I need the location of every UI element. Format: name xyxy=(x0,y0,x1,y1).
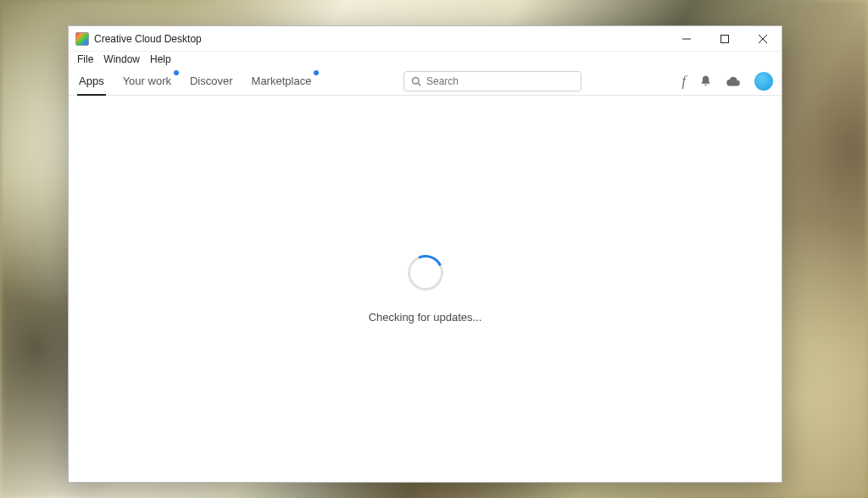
maximize-icon xyxy=(721,35,729,43)
menu-file[interactable]: File xyxy=(77,53,93,65)
tab-discover[interactable]: Discover xyxy=(188,67,235,95)
search-input[interactable] xyxy=(426,75,574,87)
menubar: File Window Help xyxy=(69,52,782,67)
search-icon xyxy=(411,76,421,86)
svg-rect-1 xyxy=(721,35,728,42)
svg-point-4 xyxy=(412,77,419,84)
tab-label: Apps xyxy=(79,75,104,87)
loading-spinner-icon xyxy=(403,250,448,296)
notifications-button[interactable] xyxy=(699,75,712,87)
notification-dot-icon xyxy=(174,70,179,75)
bell-icon xyxy=(699,75,712,87)
tab-apps[interactable]: Apps xyxy=(77,67,106,95)
tab-label: Discover xyxy=(190,75,233,87)
app-window: Creative Cloud Desktop File Window Help … xyxy=(68,25,782,483)
menu-help[interactable]: Help xyxy=(150,53,171,65)
tab-label: Marketplace xyxy=(252,75,312,87)
menu-window[interactable]: Window xyxy=(103,53,140,65)
tabs: Apps Your work Discover Marketplace xyxy=(77,67,313,95)
close-icon xyxy=(759,35,767,43)
search-box[interactable] xyxy=(403,71,581,91)
minimize-icon xyxy=(682,35,691,43)
loading-status-text: Checking for updates... xyxy=(369,311,482,324)
cloud-icon xyxy=(726,75,741,87)
close-button[interactable] xyxy=(743,26,782,52)
app-icon xyxy=(75,32,89,46)
header-actions: f xyxy=(682,72,773,91)
content-area: Checking for updates... xyxy=(69,96,782,482)
cloud-sync-button[interactable] xyxy=(726,75,741,87)
svg-line-5 xyxy=(418,83,420,86)
tab-marketplace[interactable]: Marketplace xyxy=(250,67,314,95)
tab-your-work[interactable]: Your work xyxy=(121,67,173,95)
fonts-icon[interactable]: f xyxy=(682,74,686,89)
user-avatar[interactable] xyxy=(754,72,773,91)
tab-label: Your work xyxy=(123,75,171,87)
window-title: Creative Cloud Desktop xyxy=(94,33,202,45)
minimize-button[interactable] xyxy=(667,26,705,52)
titlebar: Creative Cloud Desktop xyxy=(69,26,782,52)
notification-dot-icon xyxy=(314,70,319,75)
toolbar: Apps Your work Discover Marketplace f xyxy=(69,67,782,96)
maximize-button[interactable] xyxy=(705,26,743,52)
